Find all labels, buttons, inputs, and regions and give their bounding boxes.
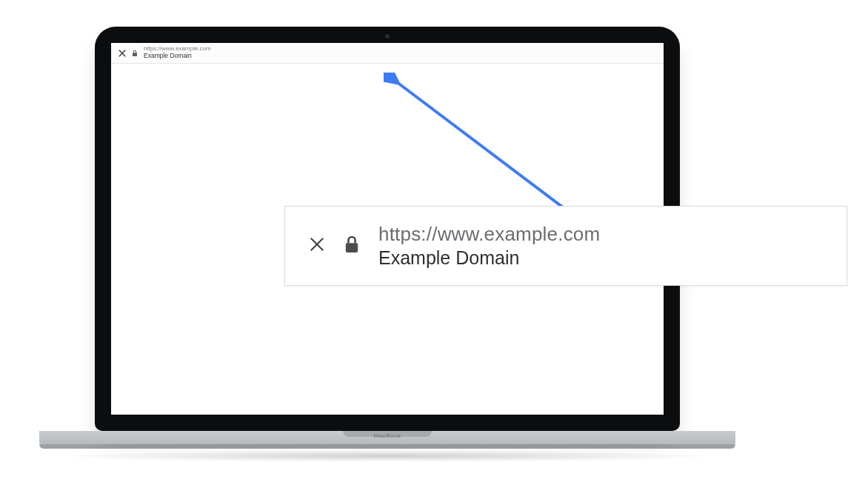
close-icon[interactable] [118,50,126,57]
close-icon[interactable] [309,236,325,255]
address-bar-callout: https://www.example.com Example Domain [284,206,847,286]
laptop-foot [39,444,735,449]
callout-page-title: Example Domain [378,247,600,269]
camera-dot [385,34,390,39]
laptop-base: MacBook [39,431,735,444]
lock-icon[interactable] [344,235,359,257]
callout-text-block: https://www.example.com Example Domain [378,223,600,269]
browser-toolbar: https://www.example.com Example Domain [111,43,664,64]
address-block: https://www.example.com Example Domain [144,46,211,59]
page-title: Example Domain [144,53,211,59]
svg-rect-6 [346,243,358,252]
svg-rect-2 [133,53,137,56]
lock-icon[interactable] [132,47,138,60]
laptop-shadow [54,450,721,462]
laptop-brand-label: MacBook [374,432,401,439]
callout-url[interactable]: https://www.example.com [378,223,600,246]
